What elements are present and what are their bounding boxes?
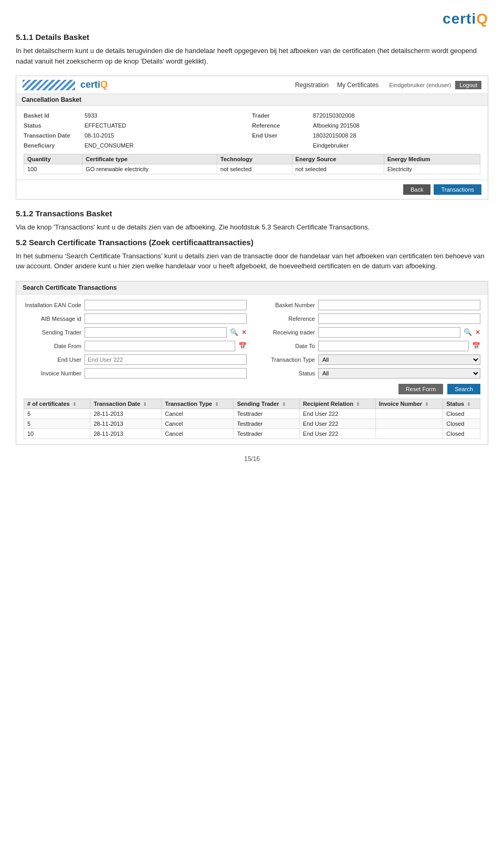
table-cell: Cancel bbox=[162, 428, 234, 438]
table-cell: Testtrader bbox=[234, 408, 300, 418]
cell-cert-type: GO renewable electricity bbox=[82, 164, 217, 174]
table-cell: End User 222 bbox=[300, 418, 376, 428]
sending-trader-input[interactable] bbox=[85, 327, 227, 338]
aib-input[interactable] bbox=[85, 313, 247, 324]
sending-trader-label: Sending Trader bbox=[24, 329, 81, 336]
search-window: Search Certificate Transactions Installa… bbox=[16, 281, 488, 445]
sort-icon-2[interactable]: ⇕ bbox=[215, 402, 219, 407]
status-label: Status bbox=[24, 121, 81, 130]
col-recipient: Recipient Relation ⇕ bbox=[300, 399, 376, 408]
table-row: 528-11-2013CancelTesttraderEnd User 222C… bbox=[24, 418, 480, 428]
col-trans-date: Transaction Date ⇕ bbox=[90, 399, 162, 408]
date-to-calendar-icon: 📅 bbox=[472, 342, 480, 350]
end-user-input[interactable] bbox=[85, 354, 247, 365]
transaction-type-select[interactable]: All Cancel Transfer bbox=[318, 354, 480, 365]
detail-grid: Basket Id 5933 Status EFFECTUATED Transa… bbox=[24, 111, 480, 150]
sort-icon-1[interactable]: ⇕ bbox=[143, 402, 147, 407]
aib-label: AIB Message id bbox=[24, 316, 81, 322]
form-row-date-from: Date From 📅 bbox=[24, 341, 247, 351]
date-from-input[interactable] bbox=[85, 341, 235, 351]
sort-icon-3[interactable]: ⇕ bbox=[282, 402, 286, 407]
table-cell: 5 bbox=[24, 418, 90, 428]
table-cell: 28-11-2013 bbox=[90, 428, 162, 438]
results-table: # of certificates ⇕ Transaction Date ⇕ T… bbox=[24, 399, 480, 439]
form-row-transaction-type: Transaction Type All Cancel Transfer bbox=[257, 354, 480, 365]
reference-value: Afboeking 201508 bbox=[313, 121, 480, 130]
status-form-label: Status bbox=[257, 370, 315, 376]
table-cell: Closed bbox=[443, 418, 480, 428]
date-from-calendar-icon: 📅 bbox=[238, 342, 247, 350]
back-button[interactable]: Back bbox=[403, 184, 430, 195]
page-container: certiQ 5.1.1 Details Basket In het detai… bbox=[0, 0, 504, 473]
table-cell: Testtrader bbox=[234, 418, 300, 428]
certiq-logo-top: certiQ bbox=[443, 11, 488, 27]
app-window-details: certiQ Registration My Certificates Eind… bbox=[16, 76, 488, 200]
sort-icon-6[interactable]: ⇕ bbox=[467, 402, 471, 407]
basket-number-input[interactable] bbox=[318, 300, 480, 310]
top-logo-area: certiQ bbox=[16, 11, 488, 27]
end-user-form-label: End User bbox=[24, 357, 81, 363]
col-technology: Technology bbox=[217, 154, 292, 164]
transaction-date-value: 08-10-2015 bbox=[85, 131, 252, 140]
nav-link-registration[interactable]: Registration bbox=[295, 81, 329, 89]
detail-form: Basket Id 5933 Status EFFECTUATED Transa… bbox=[16, 106, 488, 180]
form-row-ean: Installation EAN Code bbox=[24, 300, 247, 310]
table-cell: 10 bbox=[24, 428, 90, 438]
empty-label bbox=[252, 141, 310, 150]
reference-input[interactable] bbox=[318, 313, 480, 324]
transaction-date-label: Transaction Date bbox=[24, 131, 81, 140]
col-energy-source: Energy Source bbox=[292, 154, 384, 164]
form-row-status: Status All Closed Open bbox=[257, 368, 480, 379]
search-title-bar: Search Certificate Transactions bbox=[16, 281, 488, 295]
form-row-basket: Basket Number bbox=[257, 300, 480, 310]
sort-icon-5[interactable]: ⇕ bbox=[425, 402, 429, 407]
status-value: EFFECTUATED bbox=[85, 121, 252, 130]
basket-id-value: 5933 bbox=[85, 111, 252, 120]
logout-button[interactable]: Logout bbox=[455, 81, 481, 89]
section-511: 5.1.1 Details Basket In het detailscherm… bbox=[16, 33, 488, 66]
logo-decoration bbox=[23, 80, 75, 90]
invoice-number-input[interactable] bbox=[85, 368, 247, 379]
section-512-paragraph: Via de knop 'Transactions' kunt u de det… bbox=[16, 222, 488, 233]
table-cell: End User 222 bbox=[300, 428, 376, 438]
invoice-number-label: Invoice Number bbox=[24, 370, 81, 376]
nav-link-my-certificates[interactable]: My Certificates bbox=[337, 81, 379, 89]
table-cell: Cancel bbox=[162, 408, 234, 418]
search-button[interactable]: Search bbox=[447, 384, 480, 394]
sending-trader-search-icon[interactable]: 🔍 bbox=[230, 328, 238, 336]
sort-icon-4[interactable]: ⇕ bbox=[356, 402, 360, 407]
eindgebruiker-value: Eindgebruiker bbox=[313, 141, 480, 150]
receiving-trader-clear-icon[interactable]: ✕ bbox=[475, 329, 480, 336]
col-invoice-num: Invoice Number ⇕ bbox=[375, 399, 443, 408]
form-grid: Installation EAN Code Basket Number AIB … bbox=[24, 300, 480, 379]
form-row-aib: AIB Message id bbox=[24, 313, 247, 324]
search-form: Installation EAN Code Basket Number AIB … bbox=[16, 295, 488, 444]
form-row-reference: Reference bbox=[257, 313, 480, 324]
cell-energy-medium: Electricity bbox=[384, 164, 480, 174]
sort-icon-0[interactable]: ⇕ bbox=[72, 402, 77, 407]
detail-left: Basket Id 5933 Status EFFECTUATED Transa… bbox=[24, 111, 252, 150]
sending-trader-clear-icon[interactable]: ✕ bbox=[242, 329, 247, 336]
reset-form-button[interactable]: Reset Form bbox=[398, 384, 443, 394]
receiving-trader-search-icon[interactable]: 🔍 bbox=[464, 328, 472, 336]
nav-bar: certiQ Registration My Certificates Eind… bbox=[16, 76, 488, 94]
table-cell: End User 222 bbox=[300, 408, 376, 418]
ean-input[interactable] bbox=[85, 300, 247, 310]
table-cell bbox=[375, 428, 443, 438]
section-512-heading: 5.1.2 Transactions Basket bbox=[16, 209, 488, 218]
basket-number-label: Basket Number bbox=[257, 302, 315, 308]
col-num-certs: # of certificates ⇕ bbox=[24, 399, 90, 408]
table-row: 100 GO renewable electricity not selecte… bbox=[24, 164, 480, 174]
reference-form-label: Reference bbox=[257, 316, 315, 322]
date-to-label: Date To bbox=[257, 343, 315, 349]
table-row: 528-11-2013CancelTesttraderEnd User 222C… bbox=[24, 408, 480, 418]
status-select[interactable]: All Closed Open bbox=[318, 368, 480, 379]
date-to-input[interactable] bbox=[318, 341, 469, 351]
form-row-sending-trader: Sending Trader 🔍 ✕ bbox=[24, 327, 247, 338]
section-52-heading: 5.2 Search Certificate Transactions (Zoe… bbox=[16, 238, 488, 247]
form-row-receiving-trader: Receiving trader 🔍 ✕ bbox=[257, 327, 480, 338]
receiving-trader-input[interactable] bbox=[318, 327, 460, 338]
transactions-button[interactable]: Transactions bbox=[434, 184, 481, 195]
table-cell: Closed bbox=[443, 428, 480, 438]
col-sending-trader: Sending Trader ⇕ bbox=[234, 399, 300, 408]
